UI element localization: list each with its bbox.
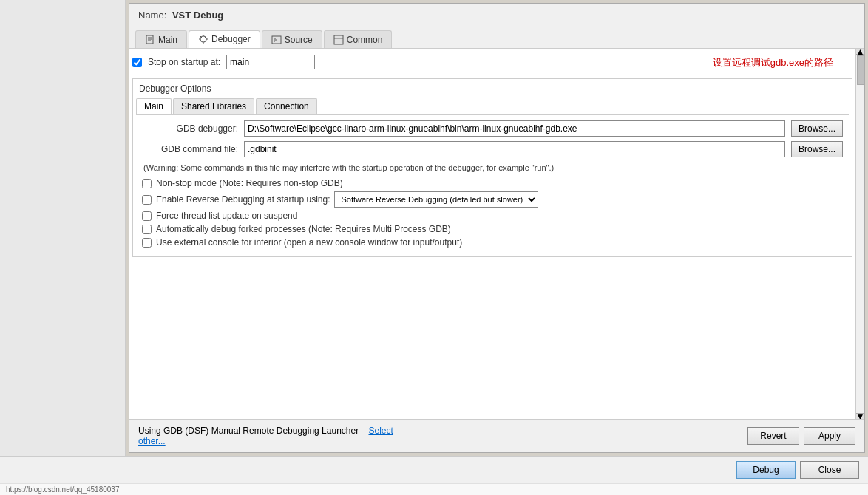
other-link[interactable]: other... — [138, 436, 166, 446]
warning-text: (Warning: Some commands in this file may… — [142, 162, 843, 174]
tab-source[interactable]: Source — [262, 30, 322, 48]
inner-tabs-bar: Main Shared Libraries Connection — [136, 98, 849, 115]
dialog-title-bar: Name: VST Debug — [129, 4, 864, 27]
debugger-options-title: Debugger Options — [136, 82, 849, 98]
left-panel — [0, 0, 126, 456]
url-bar: https://blog.csdn.net/qq_45180037 — [0, 483, 868, 495]
scrollbar-track[interactable]: ▲ ▼ — [855, 49, 864, 419]
revert-button[interactable]: Revert — [747, 427, 799, 445]
scrollbar-up-arrow[interactable]: ▲ — [856, 49, 864, 55]
gdb-debugger-label: GDB debugger: — [142, 123, 238, 134]
svg-rect-15 — [334, 35, 343, 44]
action-buttons: Revert Apply — [747, 427, 855, 445]
force-thread-label: Force thread list update on suspend — [156, 211, 297, 221]
auto-fork-checkbox[interactable] — [142, 225, 152, 234]
inner-tab-shared-libraries-label: Shared Libraries — [181, 101, 246, 112]
stop-startup-label: Stop on startup at: — [148, 57, 220, 67]
scrollbar-thumb[interactable] — [857, 55, 864, 85]
reverse-debug-checkbox[interactable] — [142, 195, 152, 205]
bottom-bar: Using GDB (DSF) Manual Remote Debugging … — [129, 419, 864, 452]
reverse-debug-select[interactable]: Software Reverse Debugging (detailed but… — [334, 191, 538, 208]
tab-content-area: Stop on startup at: Debugger Options Mai… — [129, 49, 855, 419]
gdb-debugger-row: GDB debugger: Browse... — [142, 120, 843, 137]
ext-console-checkbox[interactable] — [142, 238, 152, 248]
launcher-text: Using GDB (DSF) Manual Remote Debugging … — [138, 426, 366, 436]
select-link[interactable]: Select — [369, 426, 393, 436]
name-prefix: Name: — [138, 10, 166, 21]
auto-fork-label: Automatically debug forked processes (No… — [156, 224, 451, 234]
launcher-info: Using GDB (DSF) Manual Remote Debugging … — [138, 426, 393, 446]
inner-tab-connection[interactable]: Connection — [256, 98, 317, 114]
apply-button[interactable]: Apply — [804, 427, 855, 445]
ext-console-label: Use external console for inferior (open … — [156, 237, 462, 248]
dialog-name: VST Debug — [172, 10, 223, 21]
gdb-debugger-input[interactable] — [244, 120, 785, 137]
tab-debugger-label: Debugger — [211, 34, 251, 44]
gdb-command-file-input[interactable] — [244, 141, 785, 157]
annotation-text: 设置远程调试gdb.exe的路径 — [713, 56, 833, 69]
gdb-debugger-browse-button[interactable]: Browse... — [791, 120, 843, 137]
ext-console-row: Use external console for inferior (open … — [142, 237, 843, 248]
force-thread-row: Force thread list update on suspend — [142, 211, 843, 221]
gdb-command-file-row: GDB command file: Browse... — [142, 141, 843, 157]
common-icon — [333, 35, 344, 45]
tab-main[interactable]: Main — [135, 30, 187, 48]
source-icon — [271, 35, 282, 45]
force-thread-checkbox[interactable] — [142, 211, 152, 221]
gdb-command-file-browse-button[interactable]: Browse... — [791, 141, 843, 157]
bug-icon — [198, 34, 208, 44]
non-stop-row: Non-stop mode (Note: Requires non-stop G… — [142, 178, 843, 188]
scrollbar-down-arrow[interactable]: ▼ — [856, 413, 864, 419]
non-stop-label: Non-stop mode (Note: Requires non-stop G… — [156, 178, 343, 188]
footer-bar: Debug Close — [0, 456, 868, 483]
reverse-debug-row: Enable Reverse Debugging at startup usin… — [142, 191, 843, 208]
tab-debugger[interactable]: Debugger — [189, 30, 260, 48]
url-text: https://blog.csdn.net/qq_45180037 — [6, 485, 119, 494]
non-stop-checkbox[interactable] — [142, 179, 152, 188]
stop-startup-input[interactable] — [226, 55, 315, 69]
tab-common-label: Common — [347, 35, 383, 45]
close-button[interactable]: Close — [800, 461, 859, 479]
inner-tab-connection-label: Connection — [264, 101, 309, 112]
inner-tab-shared-libraries[interactable]: Shared Libraries — [173, 98, 254, 114]
gdb-command-file-label: GDB command file: — [142, 144, 238, 154]
file-icon — [145, 35, 155, 45]
tab-source-label: Source — [285, 35, 313, 45]
debugger-options-group: Debugger Options Main Shared Libraries — [132, 78, 852, 257]
top-tabs-bar: Main Debugger — [129, 27, 864, 49]
stop-startup-checkbox[interactable] — [132, 58, 142, 67]
inner-tab-main[interactable]: Main — [136, 98, 172, 114]
tab-common[interactable]: Common — [324, 30, 393, 48]
auto-fork-row: Automatically debug forked processes (No… — [142, 224, 843, 234]
inner-tab-main-label: Main — [144, 101, 163, 112]
debug-button[interactable]: Debug — [736, 461, 796, 479]
reverse-debug-label: Enable Reverse Debugging at startup usin… — [156, 194, 330, 205]
tab-main-label: Main — [158, 35, 177, 45]
